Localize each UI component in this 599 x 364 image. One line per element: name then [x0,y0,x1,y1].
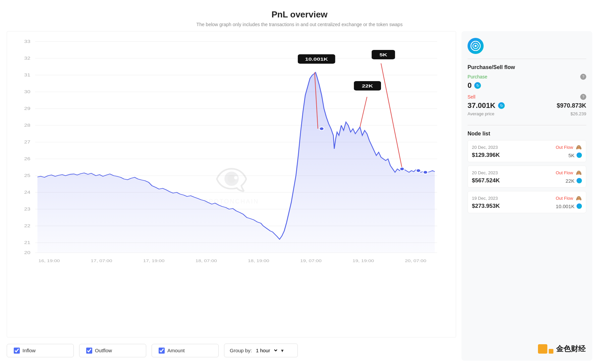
svg-line-38 [360,97,367,127]
purchase-question-icon[interactable]: ? [580,74,586,80]
svg-text:20, 07:00: 20, 07:00 [405,259,426,263]
svg-text:10.001K: 10.001K [305,57,328,61]
purchase-value-row: 0 ↻ [468,81,586,90]
sell-refresh-icon[interactable]: ↻ [498,102,505,109]
node-item-value-row: $567.524K 22K [472,177,582,184]
main-content: 👁️‍🗨️ SPOTONCHAIN [0,31,599,364]
group-by-selector[interactable]: Group by: 1 hour 4 hours 1 day 1 week ▾ [224,344,298,357]
chart-watermark: 👁️‍🗨️ SPOTONCHAIN [204,164,259,205]
svg-text:23: 23 [24,207,31,211]
sell-amount: $970.873K [557,102,586,109]
node-item-header: 20 Dec, 2023 Out Flow 🙈 [472,169,582,176]
node-token-icon [577,178,582,183]
chart-controls: Inflow Outflow Amount Group by: 1 hour 4… [7,338,456,361]
svg-point-40 [400,167,404,171]
logo-icon-block [538,344,553,354]
right-panel: Purchase/Sell flow Purchase ? 0 ↻ Sell [461,31,592,361]
eye-slash-icon[interactable]: 🙈 [575,169,582,176]
node-item-header: 20 Dec, 2023 Out Flow 🙈 [472,144,582,150]
sell-flow-row: Sell ? 37.001K ↻ $970.873K Average price… [468,94,586,116]
avg-price-row: Average price $26.239 [468,111,586,116]
page-container: PnL overview The below graph only includ… [0,0,599,364]
svg-text:30: 30 [24,89,31,94]
eye-slash-icon[interactable]: 🙈 [575,195,582,201]
node-token-icon [577,203,582,209]
svg-text:16, 19:00: 16, 19:00 [38,259,60,263]
svg-text:5K: 5K [379,52,387,57]
svg-text:27: 27 [24,140,31,144]
page-header: PnL overview The below graph only includ… [0,0,599,31]
group-by-label: Group by: [230,348,252,353]
node-amount-row: 5K [568,153,582,158]
node-date: 19 Dec, 2023 [472,196,498,201]
purchase-refresh-icon[interactable]: ↻ [474,82,481,89]
node-item: 20 Dec, 2023 Out Flow 🙈 $567.524K 22K [468,166,586,188]
node-list-section: Node list 20 Dec, 2023 Out Flow 🙈 $129.3… [468,131,586,354]
avg-price-value: $26.239 [570,111,586,116]
svg-point-42 [423,171,428,174]
node-amount: 5K [568,153,575,158]
svg-text:32: 32 [24,56,31,60]
logo-text: 金色财经 [556,344,586,354]
sell-label: Sell [468,94,475,100]
inflow-checkbox-input[interactable] [14,348,20,354]
svg-point-39 [319,127,324,130]
svg-point-41 [416,169,421,172]
svg-text:22K: 22K [362,83,373,88]
purchase-sell-title: Purchase/Sell flow [468,64,586,70]
bottom-logo: 金色财经 [538,344,586,354]
node-date: 20 Dec, 2023 [472,145,498,150]
svg-text:18, 07:00: 18, 07:00 [196,259,217,263]
watermark-text: SPOTONCHAIN [204,198,259,205]
node-outflow-label: Out Flow [556,145,573,150]
eye-slash-icon[interactable]: 🙈 [575,144,582,150]
page-subtitle: The below graph only includes the transa… [0,22,599,27]
node-outflow-label: Out Flow [556,170,573,175]
node-amount-row: 22K [565,178,582,184]
inflow-checkbox[interactable]: Inflow [7,344,74,357]
chart-section: 👁️‍🗨️ SPOTONCHAIN [7,31,456,361]
outflow-checkbox-input[interactable] [86,348,92,354]
purchase-sell-section: Purchase/Sell flow Purchase ? 0 ↻ Sell [468,64,586,125]
svg-text:22: 22 [24,224,31,228]
sell-label-row: Sell ? [468,94,586,100]
svg-text:19, 19:00: 19, 19:00 [352,259,374,263]
svg-text:18, 19:00: 18, 19:00 [248,259,269,263]
svg-text:28: 28 [24,123,31,127]
svg-line-37 [381,63,402,168]
sell-value: 37.001K [468,101,495,110]
token-icon [468,38,484,54]
token-icon-row [468,38,586,59]
node-date: 20 Dec, 2023 [472,170,498,175]
node-amount: 22K [565,178,575,184]
chevron-down-icon: ▾ [281,348,284,354]
page-title: PnL overview [0,9,599,20]
purchase-flow-row: Purchase ? 0 ↻ [468,74,586,90]
group-by-select-input[interactable]: 1 hour 4 hours 1 day 1 week [255,347,278,354]
svg-text:33: 33 [24,39,31,44]
chart-wrapper: 👁️‍🗨️ SPOTONCHAIN [7,31,456,338]
purchase-label: Purchase [468,74,487,79]
watermark-icon: 👁️‍🗨️ [215,164,248,195]
node-item-value-row: $273.953K 10.001K [472,203,582,209]
node-amount-row: 10.001K [556,203,582,209]
outflow-label: Outflow [95,348,112,353]
svg-text:17, 19:00: 17, 19:00 [143,259,165,263]
avg-price-label: Average price [468,111,494,116]
amount-checkbox-input[interactable] [159,348,165,354]
node-list-title: Node list [468,131,586,137]
outflow-checkbox[interactable]: Outflow [79,344,146,357]
node-value: $129.396K [472,152,500,159]
amount-checkbox[interactable]: Amount [152,344,219,357]
svg-text:20: 20 [24,250,31,255]
svg-text:24: 24 [24,190,31,194]
sell-value-row: 37.001K ↻ $970.873K [468,101,586,110]
svg-text:26: 26 [24,157,31,161]
node-item-value-row: $129.396K 5K [472,152,582,159]
svg-text:21: 21 [24,240,31,245]
purchase-label-row: Purchase ? [468,74,586,80]
svg-point-51 [475,45,477,47]
purchase-value: 0 [468,81,472,90]
sell-question-icon[interactable]: ? [580,94,586,100]
node-token-icon [577,153,582,158]
